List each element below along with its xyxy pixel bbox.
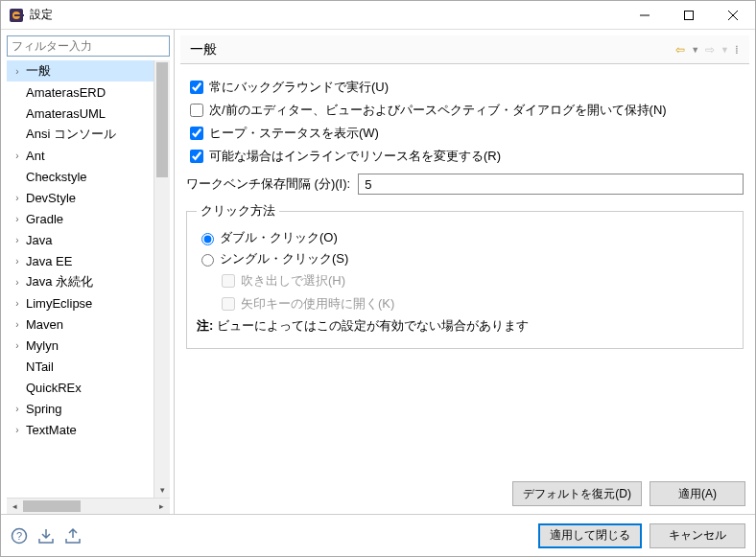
tree-item[interactable]: ›Java EE [7, 250, 170, 271]
tree-item[interactable]: ›Mylyn [7, 335, 170, 356]
tree-item-label: LimyEclipse [24, 296, 92, 311]
svg-text:?: ? [16, 530, 22, 542]
hscroll-thumb[interactable] [23, 500, 81, 512]
tree-item-label: Checkstyle [24, 170, 87, 184]
back-dropdown-icon[interactable]: ▼ [691, 45, 699, 55]
tree-item[interactable]: Ansi コンソール [7, 124, 170, 145]
tree-item-label: NTail [24, 360, 54, 374]
click-method-legend: クリック方法 [197, 202, 279, 220]
forward-icon: ⇨ [705, 43, 715, 57]
export-icon[interactable] [64, 527, 82, 545]
sidebar: ›一般AmaterasERDAmaterasUMLAnsi コンソール›AntC… [1, 30, 174, 514]
checkbox-open-previous[interactable]: 次/前のエディター、ビューおよびパースペクティブ・ダイアログを開いて保持(N) [186, 101, 744, 120]
window-title: 設定 [30, 7, 623, 23]
tree-item-label: AmaterasERD [24, 85, 106, 100]
tree-item-label: Ansi コンソール [24, 126, 116, 143]
tree-item[interactable]: ›Maven [7, 313, 170, 335]
scroll-left-icon[interactable]: ◂ [7, 501, 23, 511]
expand-icon[interactable]: › [11, 298, 24, 309]
maximize-button[interactable] [667, 1, 711, 30]
tree-item-label: Spring [24, 402, 62, 416]
tree-item[interactable]: Checkstyle [7, 166, 170, 187]
tree-item[interactable]: AmaterasERD [7, 81, 170, 103]
checkbox-arrow-open: 矢印キーの使用時に開く(K) [218, 294, 733, 313]
tree-item[interactable]: ›Java [7, 229, 170, 250]
app-icon [9, 8, 24, 23]
expand-icon[interactable]: › [11, 256, 24, 267]
apply-close-button[interactable]: 適用して閉じる [538, 523, 642, 548]
tree-item[interactable]: ›Gradle [7, 208, 170, 229]
apply-button[interactable]: 適用(A) [650, 481, 745, 506]
tree-item[interactable]: ›Java 永続化 [7, 271, 170, 292]
tree-item-label: QuickREx [24, 381, 82, 395]
tree-item-label: AmaterasUML [24, 106, 106, 121]
expand-icon[interactable]: › [11, 425, 24, 435]
tree-item[interactable]: ›一般 [7, 60, 170, 81]
tree-item-label: Java EE [24, 254, 72, 268]
menu-icon[interactable]: ⁞ [735, 43, 740, 57]
expand-icon[interactable]: › [11, 340, 24, 351]
scroll-down-icon[interactable]: ▾ [154, 481, 170, 498]
save-interval-label: ワークベンチ保存間隔 (分)(I): [186, 175, 350, 193]
restore-defaults-button[interactable]: デフォルトを復元(D) [512, 481, 642, 506]
content-pane: 一般 ⇦ ▼ ⇨ ▼ ⁞ 常にバックグラウンドで実行(U) 次/前のエディター、… [174, 30, 755, 514]
titlebar: 設定 [1, 1, 755, 30]
page-title: 一般 [190, 41, 675, 58]
tree-item-label: Java 永続化 [24, 273, 93, 290]
expand-icon[interactable]: › [11, 66, 24, 77]
radio-single-click[interactable]: シングル・クリック(S) [197, 250, 733, 267]
scroll-right-icon[interactable]: ▸ [154, 501, 170, 511]
tree-item[interactable]: QuickREx [7, 377, 170, 398]
tree-item[interactable]: AmaterasUML [7, 103, 170, 124]
tree-vscrollbar[interactable]: ▾ [154, 60, 170, 498]
tree-item-label: 一般 [24, 62, 51, 80]
tree-item-label: Mylyn [24, 338, 59, 353]
tree-item[interactable]: NTail [7, 356, 170, 377]
close-button[interactable] [711, 1, 755, 30]
scroll-thumb[interactable] [156, 62, 168, 177]
cancel-button[interactable]: キャンセル [650, 523, 745, 548]
preference-tree: ›一般AmaterasERDAmaterasUMLAnsi コンソール›AntC… [7, 60, 170, 498]
checkbox-heap-status[interactable]: ヒープ・ステータスを表示(W) [186, 124, 744, 143]
tree-hscrollbar[interactable]: ◂ ▸ [7, 498, 170, 514]
svg-rect-2 [14, 14, 24, 16]
expand-icon[interactable]: › [11, 404, 24, 414]
tree-item[interactable]: ›Ant [7, 145, 170, 166]
expand-icon[interactable]: › [11, 235, 24, 245]
tree-item[interactable]: ›Spring [7, 398, 170, 419]
tree-item[interactable]: ›DevStyle [7, 187, 170, 208]
filter-input[interactable] [7, 35, 170, 57]
save-interval-input[interactable] [358, 174, 744, 195]
expand-icon[interactable]: › [11, 193, 24, 203]
tree-item-label: Maven [24, 317, 63, 332]
forward-dropdown-icon: ▼ [721, 45, 729, 55]
tree-item-label: Gradle [24, 212, 63, 226]
tree-item-label: TextMate [24, 423, 77, 437]
tree-item-label: DevStyle [24, 191, 76, 205]
tree-item[interactable]: ›TextMate [7, 419, 170, 440]
tree-item[interactable]: ›LimyEclipse [7, 292, 170, 313]
click-method-group: クリック方法 ダブル・クリック(O) シングル・クリック(S) 吹き出しで選択(… [186, 202, 744, 349]
expand-icon[interactable]: › [11, 277, 24, 288]
expand-icon[interactable]: › [11, 151, 24, 161]
back-icon[interactable]: ⇦ [675, 43, 685, 57]
svg-rect-4 [685, 11, 694, 19]
bottom-bar: ? 適用して閉じる キャンセル [1, 514, 755, 556]
checkbox-inline-rename[interactable]: 可能な場合はインラインでリソース名を変更する(R) [186, 147, 744, 166]
click-note: 注: ビューによってはこの設定が有効でない場合があります [197, 317, 733, 335]
radio-double-click[interactable]: ダブル・クリック(O) [197, 229, 733, 246]
help-icon[interactable]: ? [11, 527, 28, 545]
tree-item-label: Ant [24, 149, 45, 163]
tree-item-label: Java [24, 233, 52, 247]
expand-icon[interactable]: › [11, 319, 24, 330]
checkbox-run-background[interactable]: 常にバックグラウンドで実行(U) [186, 78, 744, 97]
import-icon[interactable] [37, 527, 55, 545]
checkbox-hover-select: 吹き出しで選択(H) [218, 271, 733, 290]
minimize-button[interactable] [623, 1, 667, 30]
expand-icon[interactable]: › [11, 214, 24, 224]
